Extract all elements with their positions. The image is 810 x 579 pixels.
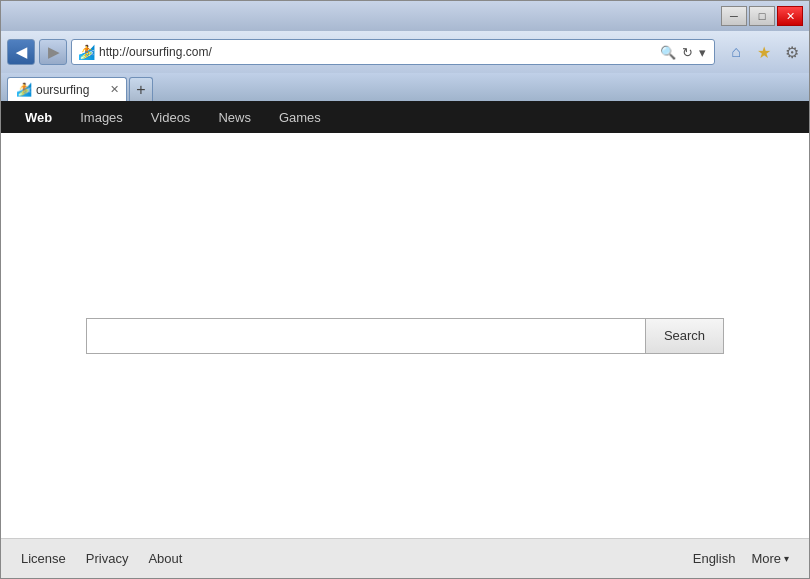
minimize-button[interactable]: ─ bbox=[721, 6, 747, 26]
main-content: Search bbox=[1, 133, 809, 538]
title-bar: ─ □ ✕ bbox=[1, 1, 809, 31]
address-text: http://oursurfing.com/ bbox=[99, 45, 654, 59]
new-tab-button[interactable]: + bbox=[129, 77, 153, 101]
tab-favicon: 🏄 bbox=[16, 82, 32, 97]
nav-games[interactable]: Games bbox=[265, 101, 335, 133]
browser-nav: Web Images Videos News Games bbox=[1, 101, 809, 133]
footer-right: English More ▾ bbox=[693, 551, 789, 566]
page-icon: 🏄 bbox=[78, 44, 95, 60]
search-input[interactable] bbox=[86, 318, 646, 354]
toolbar-icons: ⌂ ★ ⚙ bbox=[725, 41, 803, 63]
forward-button[interactable]: ▶ bbox=[39, 39, 67, 65]
search-button[interactable]: Search bbox=[646, 318, 724, 354]
maximize-button[interactable]: □ bbox=[749, 6, 775, 26]
active-tab[interactable]: 🏄 oursurfing ✕ bbox=[7, 77, 127, 101]
window-controls: ─ □ ✕ bbox=[721, 6, 803, 26]
nav-web[interactable]: Web bbox=[11, 101, 66, 133]
address-actions: 🔍 ↻ ▾ bbox=[658, 45, 708, 60]
nav-videos[interactable]: Videos bbox=[137, 101, 205, 133]
favorites-icon[interactable]: ★ bbox=[753, 41, 775, 63]
footer-links: License Privacy About bbox=[21, 551, 182, 566]
close-button[interactable]: ✕ bbox=[777, 6, 803, 26]
search-area: Search bbox=[86, 318, 724, 354]
back-button[interactable]: ◀ bbox=[7, 39, 35, 65]
footer-license-link[interactable]: License bbox=[21, 551, 66, 566]
footer-about-link[interactable]: About bbox=[148, 551, 182, 566]
nav-images[interactable]: Images bbox=[66, 101, 137, 133]
home-icon[interactable]: ⌂ bbox=[725, 41, 747, 63]
address-search-icon[interactable]: 🔍 bbox=[658, 45, 678, 60]
address-dropdown-icon[interactable]: ▾ bbox=[697, 45, 708, 60]
tab-bar: 🏄 oursurfing ✕ + bbox=[1, 73, 809, 101]
tab-title: oursurfing bbox=[36, 83, 89, 97]
back-icon: ◀ bbox=[16, 44, 27, 60]
address-refresh-icon[interactable]: ↻ bbox=[680, 45, 695, 60]
tab-close-button[interactable]: ✕ bbox=[107, 83, 121, 97]
footer-language[interactable]: English bbox=[693, 551, 736, 566]
more-dropdown-arrow: ▾ bbox=[784, 553, 789, 564]
address-bar[interactable]: 🏄 http://oursurfing.com/ 🔍 ↻ ▾ bbox=[71, 39, 715, 65]
footer-more-button[interactable]: More ▾ bbox=[751, 551, 789, 566]
footer: License Privacy About English More ▾ bbox=[1, 538, 809, 578]
nav-news[interactable]: News bbox=[204, 101, 265, 133]
footer-privacy-link[interactable]: Privacy bbox=[86, 551, 129, 566]
forward-icon: ▶ bbox=[48, 44, 59, 60]
settings-icon[interactable]: ⚙ bbox=[781, 41, 803, 63]
nav-bar: ◀ ▶ 🏄 http://oursurfing.com/ 🔍 ↻ ▾ ⌂ ★ ⚙ bbox=[1, 31, 809, 73]
